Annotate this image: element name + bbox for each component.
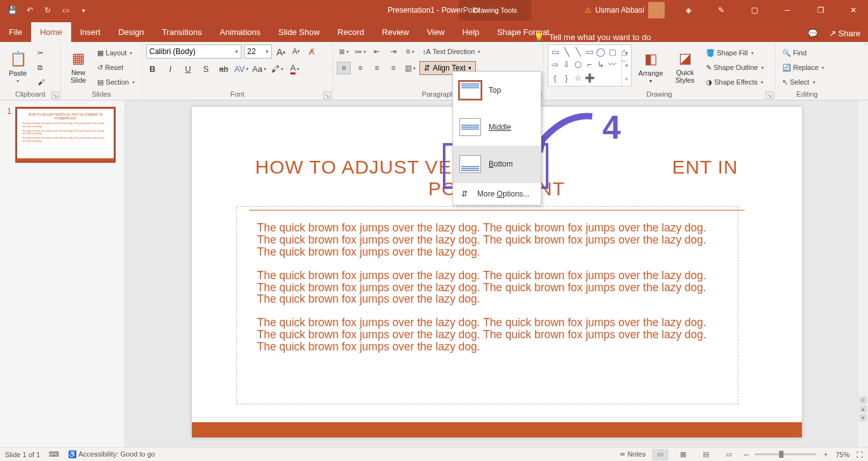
tab-file[interactable]: File — [0, 22, 31, 42]
save-icon[interactable]: 💾 — [4, 2, 20, 18]
reading-view-button[interactable]: ▤ — [698, 449, 714, 460]
bold-button[interactable]: B — [146, 62, 159, 75]
restore-button[interactable]: ❐ — [806, 0, 835, 20]
fit-window-button[interactable]: ⛶ — [856, 451, 863, 458]
slide-thumbnail-1[interactable]: 1 HOW TO ADJUST VERTICAL TEXT ALIGNMENT … — [4, 107, 121, 163]
shape-hex-icon[interactable]: ⬡ — [573, 59, 583, 70]
tab-animations[interactable]: Animations — [211, 22, 269, 42]
align-text-bottom[interactable]: Bottom — [453, 146, 541, 182]
sorter-view-button[interactable]: ▦ — [675, 449, 691, 460]
shape-line-icon[interactable]: ╲ — [561, 46, 572, 57]
tell-me-search[interactable]: 💡 Tell me what you want to do — [534, 32, 651, 42]
shape-l-icon[interactable]: ⌐ — [584, 59, 595, 70]
shape-oval-icon[interactable]: ◯ — [595, 46, 606, 57]
highlight-button[interactable]: 🖍 — [271, 62, 283, 75]
align-text-more-options[interactable]: ⇵ More Options... — [453, 183, 541, 205]
text-direction-button[interactable]: ↕AText Direction — [419, 45, 484, 58]
shape-arrow-r-icon[interactable]: ⇨ — [550, 59, 560, 70]
arrange-button[interactable]: ◧ Arrange▾ — [634, 45, 667, 89]
shape-7-icon[interactable]: ↳ — [595, 59, 606, 70]
increase-indent-button[interactable]: ⇥ — [386, 45, 400, 58]
columns-button[interactable]: ▥ — [403, 62, 417, 74]
tab-home[interactable]: Home — [31, 22, 71, 42]
select-button[interactable]: ↖Select — [779, 75, 827, 89]
font-dialog-launcher[interactable]: ↘ — [323, 92, 331, 99]
notes-button[interactable]: ≐ Notes — [620, 450, 646, 458]
tab-review[interactable]: Review — [373, 22, 418, 42]
clear-formatting-button[interactable]: A̸ — [305, 45, 318, 58]
magic-icon[interactable]: ✎ — [707, 0, 736, 20]
justify-button[interactable]: ≡ — [386, 62, 400, 74]
shape-brace-icon[interactable]: { — [550, 72, 560, 83]
undo-icon[interactable]: ↶ — [22, 2, 38, 18]
align-text-top[interactable]: Top — [453, 72, 541, 109]
find-button[interactable]: 🔍Find — [779, 46, 827, 60]
shape-textbox-icon[interactable]: ▭ — [550, 46, 560, 57]
slideshow-view-button[interactable]: ▭ — [721, 449, 737, 460]
status-language-icon[interactable]: ⌨ — [49, 450, 59, 458]
font-name-combo[interactable]: Calibri (Body)▾ — [146, 45, 241, 58]
diamond-icon[interactable]: ◈ — [674, 0, 703, 20]
status-accessibility[interactable]: ♿ Accessibility: Good to go — [68, 450, 155, 458]
scroll-down-icon[interactable]: ▾ — [859, 414, 867, 422]
shape-brace2-icon[interactable]: } — [561, 72, 572, 83]
change-case-button[interactable]: Aa — [253, 62, 266, 75]
zoom-in-button[interactable]: ＋ — [822, 450, 829, 459]
layout-button[interactable]: ▦Layout — [94, 46, 138, 60]
tab-record[interactable]: Record — [329, 22, 373, 42]
font-color-button[interactable]: A — [288, 62, 301, 75]
minimize-button[interactable]: ─ — [773, 0, 802, 20]
tab-design[interactable]: Design — [109, 22, 153, 42]
align-right-button[interactable]: ≡ — [370, 62, 384, 74]
increase-font-button[interactable]: A▴ — [275, 45, 287, 58]
tab-view[interactable]: View — [418, 22, 454, 42]
share-button[interactable]: ↗ Share — [829, 29, 860, 38]
decrease-indent-button[interactable]: ⇤ — [370, 45, 384, 58]
ribbon-options-icon[interactable]: ▢ — [740, 0, 769, 20]
bullets-button[interactable]: ≣ — [337, 45, 351, 58]
reset-button[interactable]: ↺Reset — [94, 60, 138, 74]
shape-fill-button[interactable]: 🪣Shape Fill — [703, 46, 767, 60]
align-center-button[interactable]: ≡ — [353, 62, 367, 74]
char-spacing-button[interactable]: AV — [235, 62, 248, 75]
cut-button[interactable]: ✂ — [34, 46, 48, 60]
shape-line2-icon[interactable]: ╲ — [573, 46, 583, 57]
account-user[interactable]: ⚠ Usman Abbasi — [580, 2, 670, 18]
scroll-up-icon[interactable]: ▴ — [859, 405, 867, 413]
strikethrough-button[interactable]: ab — [217, 62, 230, 75]
paste-button[interactable]: 📋 Paste ▾ — [4, 45, 32, 89]
shape-curve-icon[interactable]: 〰 — [607, 59, 618, 70]
redo-icon[interactable]: ↻ — [39, 2, 56, 18]
shape-plus-icon[interactable]: ➕ — [584, 72, 595, 83]
quick-styles-button[interactable]: ◪ Quick Styles — [670, 45, 700, 89]
font-size-combo[interactable]: 22▾ — [244, 45, 272, 58]
tab-help[interactable]: Help — [454, 22, 489, 42]
zoom-out-button[interactable]: ─ — [743, 451, 749, 458]
qat-more-icon[interactable]: ▾ — [75, 2, 92, 18]
section-button[interactable]: ▤Section — [94, 75, 138, 89]
present-icon[interactable]: ▭ — [57, 2, 74, 18]
drawing-dialog-launcher[interactable]: ↘ — [766, 92, 773, 99]
shape-star-icon[interactable]: ☆ — [573, 72, 583, 83]
shape-outline-button[interactable]: ✎Shape Outline — [703, 60, 767, 74]
numbering-button[interactable]: ≔ — [353, 45, 367, 58]
shape-rect-icon[interactable]: ▭ — [584, 46, 595, 57]
normal-view-button[interactable]: ▭ — [652, 449, 668, 460]
close-button[interactable]: ✕ — [839, 0, 868, 20]
tab-insert[interactable]: Insert — [71, 22, 110, 42]
copy-button[interactable]: ⧉ — [34, 60, 48, 74]
shapes-gallery[interactable]: ▭ ╲ ╲ ▭ ◯ ▢ △ ⇨ ⇩ ⬡ ⌐ ↳ 〰 ⌒ { } ☆ ➕ ▴▾≡ — [548, 45, 632, 86]
zoom-level[interactable]: 75% — [836, 451, 850, 458]
decrease-font-button[interactable]: A▾ — [290, 45, 302, 58]
clipboard-dialog-launcher[interactable]: ↘ — [51, 92, 59, 99]
shapes-scroll[interactable]: ▴▾≡ — [621, 45, 631, 86]
vertical-scrollbar[interactable]: ≡ ▴ ▾ — [857, 100, 868, 447]
shape-effects-button[interactable]: ◑Shape Effects — [703, 75, 767, 89]
align-text-middle[interactable]: Middle — [453, 109, 541, 146]
prev-slide-button[interactable]: ≡ — [859, 396, 867, 404]
tab-slideshow[interactable]: Slide Show — [269, 22, 329, 42]
line-spacing-button[interactable]: ≡ — [403, 45, 417, 58]
underline-button[interactable]: U — [182, 62, 194, 75]
comments-icon[interactable]: 💬 — [808, 29, 818, 38]
new-slide-button[interactable]: ▦ New Slide — [65, 45, 92, 89]
